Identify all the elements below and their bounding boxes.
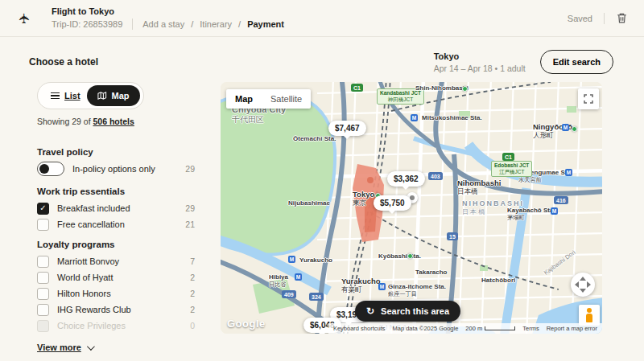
- map-view-button[interactable]: Map: [87, 85, 140, 106]
- label-sub: 江戸橋JCT: [494, 169, 529, 175]
- label-sub: 銀座一丁目: [388, 291, 446, 298]
- fullscreen-button[interactable]: [578, 88, 599, 109]
- search-summary: Tokyo Apr 14 – Apr 18 • 1 adult: [434, 51, 526, 73]
- breadcrumb-payment[interactable]: Payment: [247, 19, 284, 29]
- filter-row-hyatt: World of Hyatt 2: [37, 270, 195, 285]
- filter-count: 2: [190, 305, 195, 314]
- edit-search-button[interactable]: Edit search: [540, 50, 613, 74]
- hotel-price-marker[interactable]: $7,467: [328, 121, 366, 136]
- hotel-price-marker[interactable]: $5,750: [374, 195, 411, 211]
- scale-bar: [485, 326, 515, 330]
- jr-station-icon: [462, 86, 468, 92]
- metro-station-icon: M: [411, 114, 418, 121]
- keyboard-shortcuts-link[interactable]: Keyboard shortcuts: [333, 325, 386, 332]
- report-map-error-link[interactable]: Report a map error: [547, 325, 597, 332]
- label-text: Hibiya: [269, 273, 288, 281]
- check-icon: ✓: [39, 204, 46, 212]
- metro-station-icon: M: [378, 283, 386, 290]
- label-sub: 千代田区: [232, 115, 286, 125]
- hotel-price-marker[interactable]: $3,362: [387, 171, 425, 187]
- hilton-checkbox[interactable]: [37, 288, 49, 300]
- section-title-loyalty: Loyalty programs: [37, 240, 195, 249]
- filter-count: 2: [190, 273, 195, 282]
- metro-station-icon: M: [562, 124, 569, 131]
- jr-station-icon: [572, 126, 577, 132]
- breadcrumb-separator: /: [191, 19, 193, 29]
- filters-sidebar: List Map Showing 29 of 506 hotels Travel…: [29, 82, 195, 352]
- in-policy-toggle[interactable]: [37, 162, 64, 176]
- filter-label: Marriott Bonvoy: [57, 256, 119, 266]
- map-scale: 200 m: [465, 325, 515, 332]
- refresh-icon: ↻: [366, 306, 374, 316]
- label-sub: 有楽町: [341, 285, 381, 293]
- label-sub: 水天宮前: [518, 177, 572, 184]
- view-toggle: List Map: [37, 82, 144, 109]
- filter-row-hilton: Hilton Honors 2: [37, 286, 195, 301]
- filter-label: In-policy options only: [72, 164, 155, 174]
- filter-label: Hilton Honors: [57, 289, 111, 298]
- filter-row-marriott: Marriott Bonvoy 7: [37, 254, 195, 269]
- hotel-map[interactable]: Chiyoda City千代田区 Ōtemachi Sta. Kandabash…: [221, 82, 602, 334]
- trip-title: Flight to Tokyo: [52, 6, 284, 16]
- search-this-area-button[interactable]: ↻ Search this area: [355, 301, 460, 322]
- page-title: Choose a hotel: [29, 56, 98, 68]
- hyatt-checkbox[interactable]: [37, 272, 49, 284]
- view-more-link[interactable]: View more: [37, 343, 195, 352]
- map-type-map-button[interactable]: Map: [226, 89, 262, 109]
- marriott-checkbox[interactable]: [37, 256, 49, 268]
- label-text: Ōtemachi Sta.: [293, 135, 336, 142]
- filter-count: 7: [190, 256, 195, 266]
- trip-id: Trip-ID: 26853989: [52, 19, 122, 29]
- top-header: ✈ Flight to Tokyo Trip-ID: 26853989 Add …: [0, 0, 644, 37]
- filter-count: 0: [190, 321, 195, 330]
- filter-row-free-cancellation: Free cancellation 21: [37, 217, 195, 232]
- filter-label: World of Hyatt: [57, 273, 114, 282]
- map-label-hatchobori: Hatchōbori: [481, 277, 515, 285]
- delete-trip-button[interactable]: [616, 12, 628, 24]
- toggle-knob: [39, 164, 49, 174]
- pan-control[interactable]: [571, 273, 595, 297]
- pan-right-icon: [587, 281, 591, 288]
- label-sub: 日本橋: [457, 187, 501, 195]
- breakfast-checkbox[interactable]: ✓: [37, 203, 49, 215]
- filter-count: 21: [185, 219, 195, 229]
- search-area-label: Search this area: [381, 306, 449, 316]
- ihg-checkbox[interactable]: [37, 304, 49, 316]
- list-view-button[interactable]: List: [44, 87, 87, 105]
- label-text: Shin-Nihombashi: [415, 84, 469, 92]
- map-label-shin-nihombashi: Shin-Nihombashi: [415, 84, 469, 92]
- results-summary: Showing 29 of 506 hotels: [37, 117, 195, 126]
- label-text: Hatchōbori: [481, 277, 515, 284]
- pan-down-icon: [580, 289, 586, 293]
- label-text: Yurakucho: [341, 277, 381, 285]
- label-text: Tokyo: [353, 190, 374, 199]
- route-shield: 15: [447, 232, 458, 240]
- list-label: List: [64, 91, 80, 101]
- results-prefix: Showing 29 of: [37, 117, 93, 126]
- filter-label: Breakfast included: [57, 203, 130, 213]
- breadcrumb-itinerary[interactable]: Itinerary: [200, 19, 232, 29]
- label-text: Yurakucho: [299, 256, 332, 264]
- map-label-nihombashi: Nihombashi日本橋: [457, 178, 501, 196]
- map-label-yurakucho-1: Yurakucho: [299, 256, 332, 265]
- view-more-label: View more: [37, 343, 81, 352]
- breadcrumb-add-a-stay[interactable]: Add a stay: [142, 19, 184, 29]
- label-sub: 東京: [353, 199, 374, 207]
- map-label-mitsukoshimae: Mitsukoshimae Sta.: [422, 114, 482, 122]
- filter-count: 29: [185, 164, 195, 174]
- map-label-takaracho: Takaracho: [415, 269, 447, 277]
- metro-station-icon: M: [551, 207, 558, 215]
- route-shield: 416: [554, 196, 568, 204]
- map-type-satellite-button[interactable]: Satellite: [262, 89, 311, 109]
- results-count-link[interactable]: 506 hotels: [93, 117, 134, 126]
- map-label-nijubashimae: Nijubashimae: [288, 199, 330, 207]
- route-shield: C1: [502, 153, 514, 161]
- map-icon: [97, 91, 107, 101]
- free-cancellation-checkbox[interactable]: [37, 219, 49, 231]
- terms-link[interactable]: Terms: [522, 325, 539, 332]
- saved-status: Saved: [568, 14, 592, 23]
- airplane-icon: ✈: [16, 10, 33, 27]
- jr-station-icon: [407, 253, 413, 259]
- filter-label: IHG Rewards Club: [57, 305, 131, 314]
- map-label-tokyo-station: Tokyo東京: [353, 190, 374, 207]
